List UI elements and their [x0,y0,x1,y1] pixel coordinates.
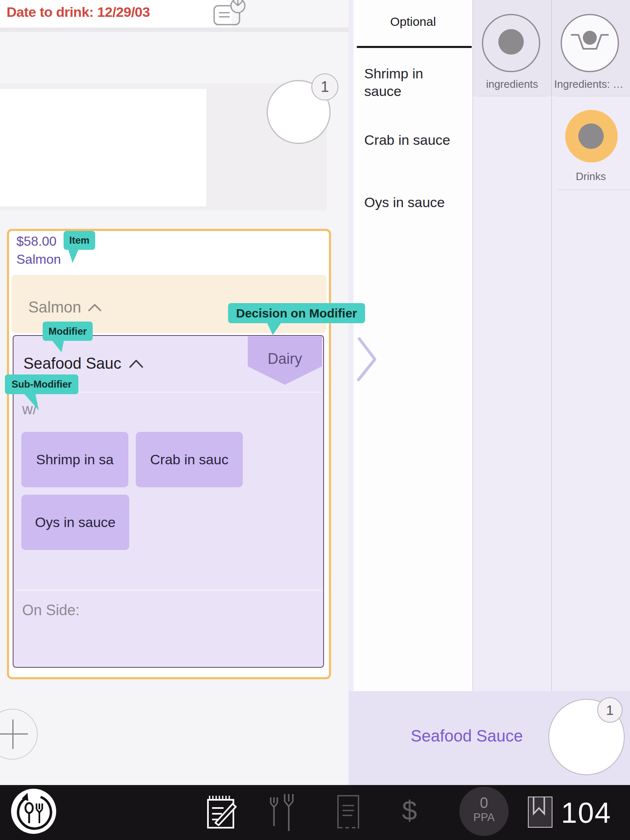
receipt-icon[interactable] [337,795,359,829]
chevron-right-icon[interactable] [356,336,378,382]
collapse-caret-icon [88,304,102,312]
ingredients-seafood-icon [561,14,619,72]
tile-ingredients[interactable]: ingredients [473,0,551,96]
ribbon-label: Dairy [267,350,302,385]
option-button-shrimp[interactable]: Shrimp in sa [21,432,128,487]
forks-icon[interactable] [267,794,298,832]
app-logo-button[interactable] [11,789,56,834]
pos-screen: Date to drink: 12/29/03 1 $58.00 Salmon … [0,0,630,840]
utensils-return-icon [11,789,56,834]
collapse-caret-icon [129,359,144,368]
order-notes-icon[interactable] [203,793,241,831]
ppa-label: PPA [459,810,509,825]
ppa-value: 0 [459,796,509,810]
column-divider [551,0,552,691]
tile-drinks-label: Drinks [552,170,630,183]
ingredients-icon [482,14,540,72]
tile-ingredients-seafood-label: Ingredients: Seaf… [552,78,630,91]
callout-decision-on-modifier: Decision on Modifier [228,303,365,323]
date-to-drink-label: Date to drink: 12/29/03 [7,4,150,20]
drinks-icon-dot [578,123,604,149]
table-number: 104 [561,797,612,829]
option-button-crab[interactable]: Crab in sauc [136,432,243,487]
optional-tab-underline [357,46,472,48]
plus-icon [0,733,28,735]
tile-ingredients-label: ingredients [473,78,551,91]
ppa-button[interactable]: 0 PPA [459,787,509,836]
price-icon[interactable]: $ [402,795,417,826]
seat-count-badge: 1 [311,73,338,100]
tile-divider [477,96,547,96]
on-side-label: On Side: [22,602,80,619]
option-button-oys[interactable]: Oys in sauce [21,495,129,550]
note-card-icon[interactable] [212,0,248,25]
modifier-count-badge: 1 [597,697,623,723]
optional-tab[interactable]: Optional [354,15,472,29]
table-rect[interactable] [0,89,206,206]
selected-modifier-name: Seafood Sauce [352,727,582,745]
optional-item-oys[interactable]: Oys in sauce [364,194,459,211]
modifier-divider [16,590,322,591]
tile-divider [558,189,630,190]
column-divider [472,0,473,691]
item-name: Salmon [16,252,61,267]
decision-ribbon[interactable]: Dairy [248,336,322,385]
order-header-row-right [232,0,349,27]
optional-item-crab[interactable]: Crab in sauce [364,131,459,149]
modifier-title: Seafood Sauc [23,355,121,372]
optional-item-shrimp[interactable]: Shrimp in sauce [364,65,459,100]
bookmark-icon[interactable] [528,797,552,828]
callout-sub-modifier: Sub-Modifier [5,374,78,394]
plus-icon [12,719,14,749]
modifier-header[interactable]: Seafood Sauc [23,355,144,372]
item-group-label: Salmon [28,299,81,316]
tile-ingredients-seafood[interactable]: Ingredients: Seaf… [552,0,630,96]
header-divider [0,27,349,32]
callout-modifier: Modifier [43,322,93,341]
item-price: $58.00 [16,234,57,249]
item-group-header[interactable]: Salmon [28,299,102,316]
tile-divider [556,96,630,96]
callout-item: Item [64,231,95,250]
